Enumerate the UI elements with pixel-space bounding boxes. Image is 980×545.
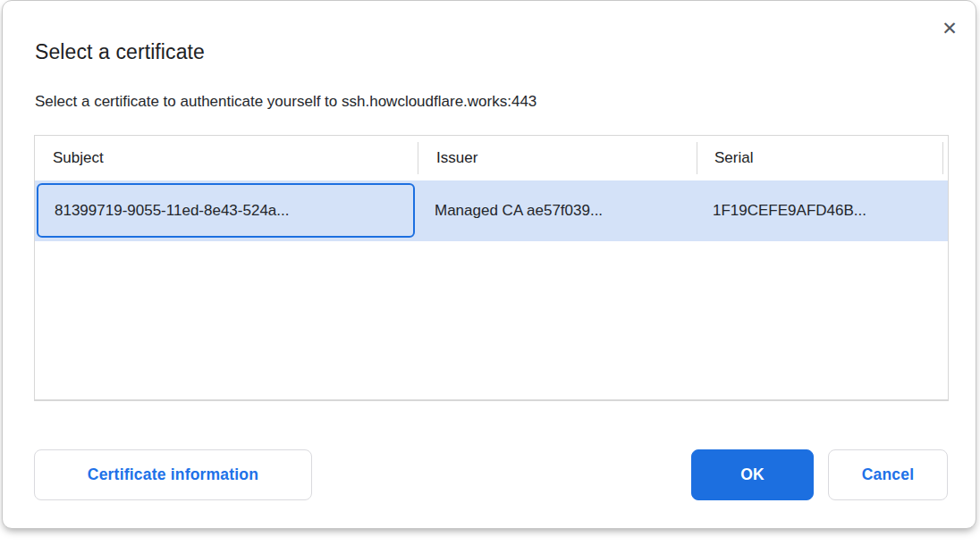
dialog-title: Select a certificate: [35, 40, 205, 64]
screen: ✕ Select a certificate Select a certific…: [0, 0, 980, 545]
dialog-subtitle: Select a certificate to authenticate you…: [35, 93, 536, 111]
certificate-row-selected[interactable]: 81399719-9055-11ed-8e43-524a... Managed …: [35, 180, 948, 241]
issuer-cell: Managed CA ae57f039...: [435, 180, 603, 241]
certificate-information-button[interactable]: Certificate information: [34, 449, 312, 500]
certificate-select-dialog: ✕ Select a certificate Select a certific…: [2, 0, 976, 529]
column-header-serial: Serial: [714, 136, 753, 180]
column-divider: [942, 142, 943, 174]
column-header-issuer: Issuer: [436, 136, 477, 180]
serial-cell: 1F19CEFE9AFD46B...: [713, 180, 866, 241]
close-icon[interactable]: ✕: [938, 17, 961, 40]
cancel-button[interactable]: Cancel: [828, 449, 948, 500]
table-header-row: Subject Issuer Serial: [35, 136, 948, 180]
ok-button[interactable]: OK: [691, 449, 814, 500]
column-divider: [418, 142, 418, 174]
column-divider: [697, 142, 697, 174]
subject-cell: 81399719-9055-11ed-8e43-524a...: [55, 180, 289, 241]
column-header-subject: Subject: [53, 136, 104, 180]
certificate-table: Subject Issuer Serial 81399719-9055-11ed…: [34, 135, 949, 401]
